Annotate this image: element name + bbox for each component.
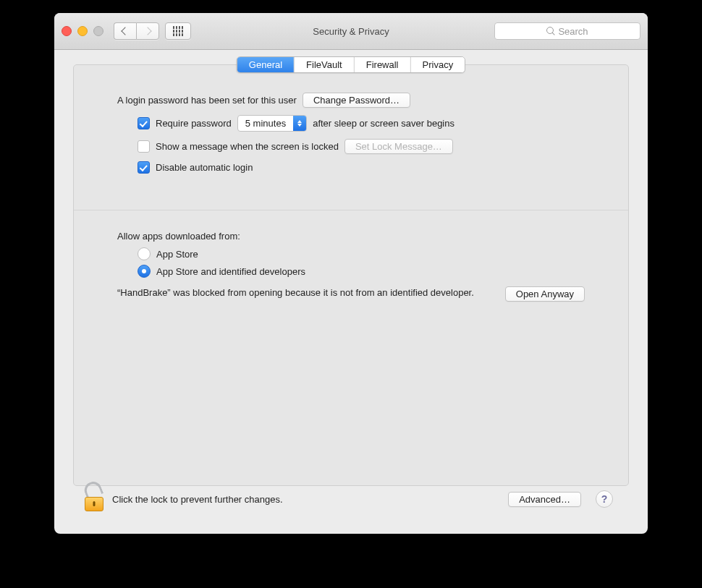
- require-password-prefix: Require password: [156, 118, 232, 129]
- disable-auto-login-row: Disable automatic login: [117, 161, 585, 174]
- blocked-app-row: “HandBrake” was blocked from opening bec…: [97, 286, 585, 302]
- allow-apps-option-identified: App Store and identified developers: [117, 265, 585, 278]
- disable-auto-login-checkbox[interactable]: [138, 161, 150, 174]
- disable-auto-login-label: Disable automatic login: [156, 162, 253, 173]
- radio-app-store-identified-label: App Store and identified developers: [156, 266, 305, 277]
- require-password-checkbox[interactable]: [138, 117, 150, 129]
- divider: [74, 210, 628, 210]
- open-anyway-button[interactable]: Open Anyway: [505, 286, 585, 302]
- close-window-button[interactable]: [62, 26, 72, 36]
- set-lock-message-button: Set Lock Message…: [344, 139, 453, 154]
- chevron-right-icon: [143, 27, 151, 35]
- toolbar: Security & Privacy Search: [54, 13, 648, 50]
- preferences-window: Security & Privacy Search General FileVa…: [54, 13, 648, 534]
- tab-filevault[interactable]: FileVault: [295, 57, 355, 72]
- require-password-suffix: after sleep or screen saver begins: [313, 118, 454, 129]
- login-password-text: A login password has been set for this u…: [117, 95, 297, 106]
- show-all-button[interactable]: [165, 22, 191, 40]
- login-password-row: A login password has been set for this u…: [117, 93, 585, 108]
- allow-apps-option-appstore: App Store: [117, 247, 585, 260]
- tab-firewall[interactable]: Firewall: [355, 57, 411, 72]
- lock-hint-text: Click the lock to prevent further change…: [112, 494, 283, 505]
- require-password-delay-select[interactable]: 5 minutes: [237, 115, 307, 132]
- lock-message-row: Show a message when the screen is locked…: [117, 139, 585, 154]
- search-field[interactable]: Search: [494, 22, 640, 40]
- tab-bar: General FileVault Firewall Privacy: [237, 56, 465, 73]
- search-placeholder: Search: [558, 26, 588, 37]
- stepper-icon: [293, 116, 306, 131]
- require-password-row: Require password 5 minutes after sleep o…: [117, 115, 585, 132]
- tab-privacy[interactable]: Privacy: [411, 57, 465, 72]
- advanced-button[interactable]: Advanced…: [508, 492, 581, 507]
- allow-apps-heading: Allow apps downloaded from:: [117, 231, 585, 242]
- radio-app-store-identified[interactable]: [138, 265, 151, 278]
- blocked-app-message: “HandBrake” was blocked from opening bec…: [117, 286, 492, 299]
- content: General FileVault Firewall Privacy A log…: [54, 50, 648, 534]
- change-password-button[interactable]: Change Password…: [303, 93, 410, 108]
- forward-button: [136, 22, 159, 40]
- lock-body-icon: [85, 497, 103, 511]
- chevron-left-icon: [121, 27, 129, 35]
- grid-icon: [173, 26, 183, 36]
- radio-app-store[interactable]: [138, 247, 151, 260]
- zoom-window-button: [93, 26, 103, 36]
- footer: Click the lock to prevent further change…: [73, 486, 629, 524]
- radio-app-store-label: App Store: [156, 249, 198, 260]
- settings-panel: General FileVault Firewall Privacy A log…: [73, 64, 629, 486]
- help-button[interactable]: ?: [596, 490, 613, 508]
- require-password-delay-value: 5 minutes: [238, 118, 293, 129]
- minimize-window-button[interactable]: [77, 26, 88, 36]
- search-icon: [546, 27, 555, 35]
- tab-general[interactable]: General: [237, 57, 295, 72]
- lock-message-checkbox[interactable]: [138, 140, 150, 153]
- window-controls: [62, 26, 103, 36]
- back-button[interactable]: [114, 22, 136, 40]
- nav-back-forward: [114, 22, 159, 40]
- lock-button[interactable]: [83, 486, 105, 512]
- lock-message-label: Show a message when the screen is locked: [156, 141, 339, 152]
